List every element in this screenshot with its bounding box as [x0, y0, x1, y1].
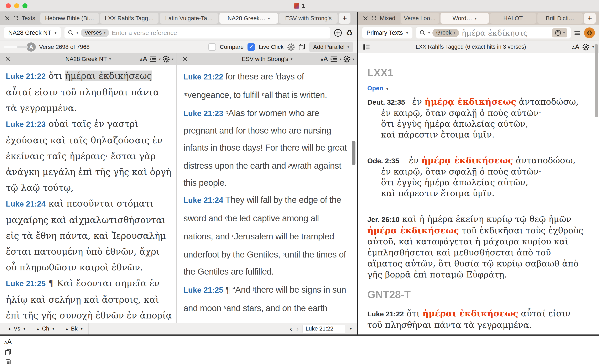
search-scope-pill[interactable]: Verses ▾: [81, 29, 109, 37]
segment-sup: r: [232, 232, 234, 239]
add-tab-button[interactable]: +: [339, 13, 351, 24]
reference-dropdown-icon[interactable]: ▼: [349, 327, 352, 331]
language-scope-pill[interactable]: Greek ▾: [432, 29, 459, 37]
step-up-icon[interactable]: ▲: [65, 327, 68, 331]
caret-down-icon[interactable]: ▾: [340, 57, 341, 61]
copy-pages-icon[interactable]: [299, 43, 305, 51]
segment-hit: ἡμέρᾳ ἐκδικήσεως: [421, 155, 513, 165]
text-segment: [223, 108, 225, 118]
segment-sup: u: [224, 304, 226, 310]
segment-ref[interactable]: Luke 21:25: [6, 279, 45, 288]
clipboard-icon[interactable]: [5, 359, 11, 364]
esv-scrollbar-thumb[interactable]: [352, 141, 355, 165]
caret-down-icon[interactable]: ▾: [592, 45, 594, 49]
add-parallel-button[interactable]: Add Parallel ▾: [309, 42, 353, 52]
segment-ref[interactable]: Luke 21:22: [184, 73, 223, 81]
segment-ref[interactable]: Luke 21:23: [184, 109, 223, 118]
segment-rref[interactable]: Luke 21:22: [367, 310, 404, 318]
copy-pages-icon[interactable]: [5, 349, 11, 356]
verse-search-field[interactable]: ▾ Verses ▾ Enter a verse reference: [64, 27, 330, 38]
close-panel-icon[interactable]: [5, 16, 10, 21]
tab-word-search[interactable]: Word…▾: [440, 13, 489, 24]
segment-hit: ἡμέρᾳ ἐκδικήσεως: [424, 97, 516, 107]
source-selector-button[interactable]: Primary Texts ▾: [362, 27, 413, 38]
verse-reference[interactable]: Ode. 2:35: [367, 157, 406, 165]
caret-down-icon[interactable]: ▾: [268, 16, 270, 21]
gear-icon[interactable]: [163, 55, 170, 62]
caret-down-icon[interactable]: ▾: [159, 57, 160, 61]
pane-title[interactable]: ESV with Strong's: [242, 56, 288, 62]
text-segment: ἀνταποδώσω,: [516, 97, 579, 107]
paragraph-format-icon[interactable]: [330, 56, 338, 62]
sync-avatar-button[interactable]: ♻: [584, 27, 595, 38]
tab-na28-greek[interactable]: NA28 Greek…▾: [220, 13, 278, 24]
segment-hl: ἡμέραι ἐκδικήσεως: [65, 71, 152, 81]
caret-down-icon[interactable]: ▾: [352, 57, 354, 61]
step-down-icon[interactable]: ▼: [52, 327, 55, 331]
current-reference-field[interactable]: Luke 21:22: [302, 325, 345, 333]
list-view-icon[interactable]: [363, 44, 370, 50]
step-down-icon[interactable]: ▼: [80, 327, 83, 331]
gear-icon[interactable]: [582, 44, 590, 51]
caret-down-icon[interactable]: ▾: [475, 16, 477, 21]
text-size-icon[interactable]: AA: [140, 55, 147, 63]
verse-reference[interactable]: Deut. 32:35: [367, 98, 412, 106]
poetry-line: ἐν καιρῷ, ὅταν σφαλῇ ὁ ποὺς αὐτῶν·: [367, 166, 584, 177]
gear-icon[interactable]: [287, 43, 295, 51]
block-heading: GNT28-T: [367, 289, 584, 300]
text-size-icon[interactable]: AA: [572, 43, 580, 51]
tab-hebrew-bible[interactable]: Hebrew Bible (Bi…: [40, 13, 99, 24]
close-pane-icon[interactable]: [182, 56, 188, 62]
tab-halot[interactable]: HALOT: [490, 13, 536, 24]
verse-slider-handle[interactable]: A: [27, 43, 36, 52]
character-palette-button[interactable]: ▾: [552, 28, 567, 37]
expand-panel-icon[interactable]: [371, 16, 377, 21]
greek-pane: NA28 Greek NT ▾ AA ▾ ▾ Luke 21:22 ὅ: [0, 53, 176, 323]
text-size-icon[interactable]: AA: [4, 338, 12, 346]
add-tab-button[interactable]: +: [584, 13, 596, 24]
segment-ref[interactable]: Luke 21:24: [6, 200, 45, 208]
word-search-field[interactable]: ▾ Greek ▾ ἡμέρα ἐκδίκησις ▾: [416, 27, 571, 38]
tab-verse-lookup[interactable]: Verse Loo…: [401, 13, 439, 24]
live-click-checkbox[interactable]: ✓: [247, 43, 255, 51]
tab-lxx-rahlfs[interactable]: LXX Rahlfs Tagg…: [100, 13, 159, 24]
step-down-icon[interactable]: ▼: [23, 327, 26, 331]
gear-icon[interactable]: [344, 55, 351, 62]
recycle-icon[interactable]: ♻: [346, 28, 353, 37]
step-up-icon[interactable]: ▲: [8, 327, 11, 331]
caret-down-icon[interactable]: ▾: [172, 57, 174, 61]
segment-hit: ἡμέραι ἐκδικήσεως: [423, 309, 518, 319]
pane-title[interactable]: NA28 Greek NT: [65, 56, 107, 62]
search-mode-caret-icon[interactable]: ▾: [77, 31, 79, 35]
open-link[interactable]: Open: [367, 85, 383, 91]
paragraph-format-icon[interactable]: [149, 56, 157, 62]
segment-ref[interactable]: Luke 21:24: [184, 196, 223, 204]
segment-ref[interactable]: Luke 21:25: [184, 286, 223, 294]
add-circle-icon[interactable]: [334, 29, 342, 37]
tab-latin-vulgate[interactable]: Latin Vulgate-Ta…: [160, 13, 218, 24]
block-para: Luke 21:25 ¶ “And tthere will be signs i…: [184, 280, 348, 323]
segment-rref[interactable]: Jer. 26:10: [367, 215, 400, 223]
panel-label: Mixed: [380, 15, 395, 22]
history-back-icon[interactable]: ‹: [290, 325, 292, 333]
verse-stepper-bar: ▲ Vs ▼ ▲ Ch ▼ ▲ Bk ▼ ‹ › Luke 21:22: [0, 323, 357, 335]
text-selector-button[interactable]: NA28 Greek NT ▾: [4, 27, 61, 38]
history-forward-icon[interactable]: ›: [296, 325, 299, 333]
close-pane-icon[interactable]: [5, 56, 10, 62]
tab-brill-dictionary[interactable]: Brill Dicti…: [537, 13, 583, 24]
compare-checkbox[interactable]: [208, 43, 216, 51]
verse-slider[interactable]: [4, 46, 28, 48]
segment-ref[interactable]: Luke 21:23: [6, 120, 45, 129]
close-panel-icon[interactable]: [363, 16, 368, 21]
segment-ref[interactable]: Luke 21:22: [6, 72, 45, 80]
text-size-icon[interactable]: AA: [320, 55, 328, 63]
chapter-stepper: ▲ Ch ▼: [31, 323, 60, 335]
search-mode-caret-icon[interactable]: ▾: [428, 31, 430, 35]
results-scrollbar-thumb[interactable]: [595, 44, 598, 117]
expand-panel-icon[interactable]: [13, 16, 18, 21]
details-toggle-icon[interactable]: [574, 31, 580, 35]
search-icon: [420, 30, 426, 36]
tab-esv-strongs[interactable]: ESV with Strong's: [279, 13, 338, 24]
left-panel-zone: Texts: [0, 12, 40, 25]
step-up-icon[interactable]: ▲: [36, 327, 40, 331]
